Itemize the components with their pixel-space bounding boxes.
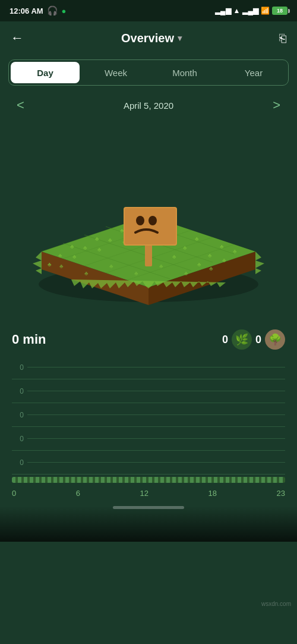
svg-text:♣: ♣ [172, 253, 176, 260]
chart-area: 0 0 0 0 0 [0, 356, 297, 475]
home-indicator [113, 506, 184, 509]
current-date: April 5, 2020 [124, 100, 173, 111]
wifi2-icon: 📶 [261, 7, 270, 15]
svg-marker-44 [255, 252, 264, 274]
tab-week[interactable]: Week [81, 60, 150, 85]
spotify-icon: ● [62, 7, 67, 15]
signal-icon: ▂▄▆ [215, 7, 231, 15]
chart-rule-3 [27, 438, 285, 439]
share-button[interactable]: ⎗ [279, 32, 286, 45]
svg-text:♣: ♣ [97, 246, 102, 253]
svg-point-49 [136, 216, 144, 225]
chart-row-4: 0 [12, 451, 285, 475]
battery-icon: 18 [272, 7, 287, 15]
x-label-23: 23 [277, 489, 285, 498]
svg-marker-43 [33, 252, 42, 274]
prev-date-button[interactable]: < [11, 95, 30, 115]
green-plant-count: 0 [222, 334, 228, 346]
status-time: 12:06 AM [10, 7, 43, 15]
svg-text:♣: ♣ [59, 263, 64, 269]
svg-rect-48 [125, 208, 176, 244]
page-title: Overview ▾ [121, 32, 182, 45]
title-dropdown-icon[interactable]: ▾ [178, 33, 182, 43]
svg-text:♣: ♣ [197, 261, 201, 268]
back-button[interactable]: ← [11, 30, 24, 46]
x-axis-area: 0 6 12 18 23 [0, 477, 297, 500]
tab-day[interactable]: Day [11, 62, 80, 83]
x-label-18: 18 [208, 489, 217, 498]
chart-row-1: 0 [12, 379, 285, 403]
y-label-4: 0 [12, 458, 24, 467]
svg-text:♣: ♣ [109, 263, 113, 269]
tan-plant-count: 0 [255, 334, 261, 346]
y-label-1: 0 [12, 387, 24, 395]
chart-rule-2 [27, 414, 285, 415]
chart-row-0: 0 [12, 356, 285, 379]
svg-text:♣: ♣ [184, 270, 188, 277]
svg-text:♣: ♣ [95, 235, 99, 242]
svg-point-50 [148, 216, 157, 225]
y-label-3: 0 [12, 435, 24, 443]
svg-text:♣: ♣ [70, 243, 74, 250]
x-label-0: 0 [12, 489, 16, 498]
svg-text:♣: ♣ [48, 261, 52, 268]
tab-month[interactable]: Month [150, 60, 219, 85]
x-axis-labels: 0 6 12 18 23 [12, 486, 285, 500]
svg-text:♣: ♣ [108, 237, 112, 243]
top-nav: ← Overview ▾ ⎗ [0, 21, 297, 55]
svg-text:♣: ♣ [183, 244, 187, 251]
focus-time: 0 min [12, 332, 215, 347]
stats-row: 0 min 0 🌿 0 🌳 [0, 326, 297, 356]
next-date-button[interactable]: > [267, 95, 286, 115]
svg-text:♣: ♣ [134, 270, 138, 277]
y-label-0: 0 [12, 363, 24, 372]
chart-rule-1 [27, 391, 285, 391]
garden-visualization: ♣ ♣ ♣ ♣ ♣ ♣ ♣ ♣ ♣ ♣ ♣ ♣ ♣ ♣ ♣ ♣ ♣ ♣ ♣ ♣ … [0, 118, 297, 326]
tab-selector: Day Week Month Year [8, 59, 289, 86]
chart-row-2: 0 [12, 403, 285, 427]
svg-text:♣: ♣ [208, 252, 212, 259]
y-label-2: 0 [12, 411, 24, 419]
svg-text:♣: ♣ [220, 243, 224, 250]
svg-text:♣: ♣ [195, 235, 199, 242]
svg-text:♣: ♣ [159, 263, 163, 269]
garden-svg: ♣ ♣ ♣ ♣ ♣ ♣ ♣ ♣ ♣ ♣ ♣ ♣ ♣ ♣ ♣ ♣ ♣ ♣ ♣ ♣ … [24, 127, 273, 317]
watermark: wsxdn.com [261, 601, 291, 607]
status-right: ▂▄▆ ▲ ▂▄▆ 📶 18 [215, 7, 287, 15]
svg-text:♣: ♣ [209, 265, 213, 272]
status-left: 12:06 AM 🎧 ● [10, 5, 66, 16]
green-leaf-icon: 🌿 [235, 333, 248, 346]
svg-text:♣: ♣ [222, 257, 226, 263]
x-label-6: 6 [76, 489, 80, 498]
bottom-safe-area [0, 506, 297, 542]
svg-text:♣: ♣ [120, 227, 124, 234]
chart-rule-4 [27, 462, 285, 463]
svg-text:♣: ♣ [83, 244, 87, 251]
signal2-icon: ▂▄▆ [242, 7, 258, 15]
tan-plant-badge: 🌳 [265, 329, 285, 350]
headphones-icon: 🎧 [47, 5, 58, 16]
wifi-icon: ▲ [233, 7, 241, 15]
x-axis-tick-bar [12, 477, 285, 483]
status-bar: 12:06 AM 🎧 ● ▂▄▆ ▲ ▂▄▆ 📶 18 [0, 0, 297, 21]
svg-text:♣: ♣ [58, 252, 62, 259]
date-navigation: < April 5, 2020 > [0, 90, 297, 118]
plant-stats: 0 🌿 0 🌳 [222, 329, 285, 350]
svg-text:♣: ♣ [233, 248, 237, 255]
tree-icon: 🌳 [268, 333, 282, 346]
x-label-12: 12 [140, 489, 148, 498]
green-plant-badge: 🌿 [232, 329, 252, 350]
svg-text:♣: ♣ [84, 270, 89, 277]
svg-text:♣: ♣ [72, 253, 77, 260]
chart-rule-0 [27, 367, 285, 367]
tab-year[interactable]: Year [219, 60, 288, 85]
chart-row-3: 0 [12, 427, 285, 451]
